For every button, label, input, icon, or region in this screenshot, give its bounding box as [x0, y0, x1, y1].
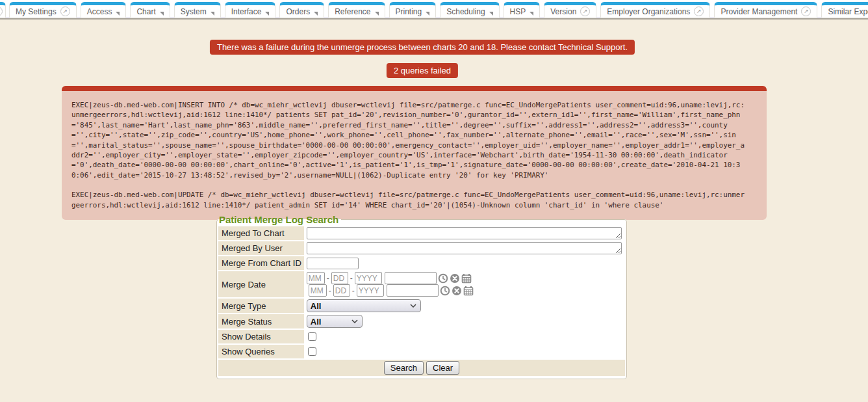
table-row: Show Details: [218, 330, 625, 343]
table-row: SearchClear: [218, 360, 625, 376]
dropdown-caret-icon: [265, 12, 269, 16]
tab-employer-organizations[interactable]: Employer Organizations↗: [600, 2, 710, 18]
tab-orders[interactable]: Orders: [279, 2, 324, 18]
query-log-entry: EXEC|zeus-db.med-web.com|UPDATE /* db=wc…: [71, 190, 757, 210]
admin-tab-bar: ↗ My Settings↗ Access Chart System Inter…: [0, 0, 868, 20]
tab-label: Orders: [286, 7, 310, 16]
merged-to-chart-input[interactable]: [307, 227, 622, 239]
tab-label: My Settings: [16, 7, 57, 16]
clear-date-icon[interactable]: [452, 286, 462, 296]
chevron-down-icon: [351, 319, 358, 323]
tab-label: Scheduling: [446, 7, 485, 16]
chevron-down-icon: [410, 304, 416, 308]
tab-label: Version: [550, 7, 576, 16]
field-label: Merge From Chart ID: [218, 256, 305, 270]
field-label: Show Details: [218, 330, 305, 343]
date-separator: -: [326, 274, 330, 283]
open-new-window-icon[interactable]: ↗: [801, 7, 811, 16]
merge-date-from-month-input[interactable]: [307, 272, 325, 284]
table-row: Merge Status All: [218, 314, 625, 328]
merge-type-select[interactable]: All: [307, 299, 421, 312]
table-row: Merged By User: [218, 241, 625, 255]
tab-label: Employer Organizations: [607, 7, 690, 16]
date-separator: -: [350, 274, 353, 283]
merge-date-to-group: - -: [309, 284, 474, 297]
field-label: Merge Status: [218, 314, 305, 328]
tab-label: Provider Management: [721, 7, 797, 16]
queries-failed-badge: 2 queries failed: [387, 63, 458, 78]
dropdown-caret-icon: [160, 12, 164, 16]
merge-date-from-day-input[interactable]: [331, 272, 348, 284]
open-new-window-icon[interactable]: ↗: [694, 7, 704, 16]
tab-clipped[interactable]: ↗: [0, 2, 6, 18]
merge-date-from-group: - -: [307, 272, 472, 284]
merged-by-user-input[interactable]: [307, 242, 622, 254]
dropdown-caret-icon: [116, 12, 120, 16]
tab-label: Chart: [136, 7, 155, 16]
tab-scheduling[interactable]: Scheduling: [440, 2, 499, 18]
dropdown-caret-icon: [211, 12, 214, 16]
field-label: Merged By User: [218, 241, 305, 255]
query-error-log-header-bar: [62, 86, 767, 91]
merge-from-chart-id-input[interactable]: [307, 258, 359, 269]
merge-status-select[interactable]: All: [307, 315, 363, 328]
unmerge-failure-banner: There was a failure during the unmerge p…: [210, 40, 635, 55]
date-separator: -: [351, 286, 355, 295]
field-label: Merge Date: [218, 271, 305, 297]
show-queries-checkbox[interactable]: [308, 347, 316, 356]
dropdown-caret-icon: [314, 12, 318, 16]
clear-date-icon[interactable]: [450, 273, 460, 284]
show-details-checkbox[interactable]: [308, 332, 316, 341]
open-new-window-icon[interactable]: ↗: [580, 7, 590, 16]
tab-version[interactable]: Version↗: [544, 2, 596, 18]
merge-status-selected-value: All: [311, 317, 322, 327]
form-legend: Patient Merge Log Search: [218, 214, 341, 225]
tab-my-settings[interactable]: My Settings↗: [9, 2, 77, 18]
dropdown-caret-icon: [375, 12, 379, 16]
table-row: Merge From Chart ID: [218, 256, 625, 270]
open-new-window-icon[interactable]: ↗: [60, 7, 70, 16]
merge-date-to-year-input[interactable]: [357, 284, 384, 297]
merge-date-from-year-input[interactable]: [355, 272, 382, 284]
tab-label: Reference: [335, 7, 370, 16]
query-error-log: EXEC|zeus-db.med-web.com|INSERT INTO /* …: [62, 86, 767, 220]
tab-reference[interactable]: Reference: [328, 2, 385, 18]
tab-provider-management[interactable]: Provider Management↗: [714, 2, 817, 18]
query-error-log-body: EXEC|zeus-db.med-web.com|INSERT INTO /* …: [62, 91, 767, 220]
field-label: Merged To Chart: [218, 226, 305, 240]
form-table: Merged To Chart Merged By User Merge Fro…: [218, 225, 625, 377]
calendar-icon[interactable]: [461, 273, 472, 284]
table-row: Merged To Chart: [218, 226, 625, 240]
clock-icon[interactable]: [440, 286, 450, 296]
dropdown-caret-icon: [530, 12, 533, 16]
dropdown-caret-icon: [426, 12, 429, 16]
table-row: Merge Date - - - -: [218, 271, 625, 297]
patient-merge-log-search-form: Patient Merge Log Search Merged To Chart…: [216, 214, 627, 379]
table-row: Merge Type All: [218, 299, 625, 313]
merge-type-selected-value: All: [311, 301, 322, 311]
open-new-window-icon: ↗: [0, 7, 3, 16]
tab-label: Printing: [396, 7, 422, 16]
search-button[interactable]: Search: [384, 361, 424, 375]
tab-label: Interface: [231, 7, 262, 16]
tab-hsp[interactable]: HSP: [504, 2, 541, 18]
merge-date-to-day-input[interactable]: [333, 284, 350, 297]
tab-interface[interactable]: Interface: [225, 2, 276, 18]
tab-system[interactable]: System: [174, 2, 221, 18]
tab-similar-exposure-groups[interactable]: Similar Exposure Groups (SEGs)↗: [821, 2, 868, 18]
tab-label: Access: [87, 7, 112, 16]
table-row: Show Queries: [218, 345, 625, 358]
merge-date-to-time-input[interactable]: [387, 284, 439, 297]
date-separator: -: [328, 286, 332, 295]
tab-label: System: [181, 7, 207, 16]
clear-button[interactable]: Clear: [426, 361, 459, 375]
merge-date-from-time-input[interactable]: [385, 272, 437, 284]
tab-printing[interactable]: Printing: [389, 2, 437, 18]
tab-label: Similar Exposure Groups (SEGs): [828, 7, 868, 16]
tab-access[interactable]: Access: [81, 2, 127, 18]
clock-icon[interactable]: [438, 273, 448, 284]
tab-chart[interactable]: Chart: [130, 2, 170, 18]
merge-date-to-month-input[interactable]: [309, 284, 327, 297]
calendar-icon[interactable]: [463, 286, 474, 296]
query-log-entry: EXEC|zeus-db.med-web.com|INSERT INTO /* …: [71, 100, 757, 180]
